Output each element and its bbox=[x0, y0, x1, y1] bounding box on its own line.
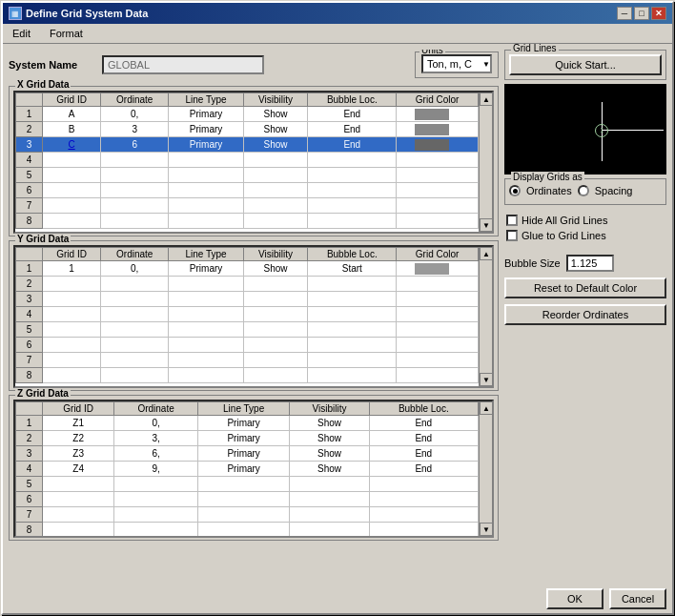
y-scroll-track[interactable] bbox=[480, 260, 492, 373]
z-scroll-up[interactable]: ▲ bbox=[480, 401, 493, 415]
x-grid-row[interactable]: 5 bbox=[16, 168, 492, 183]
z-row-bubble[interactable]: End bbox=[369, 446, 478, 462]
y-grid-row[interactable]: 110,PrimaryShowStart bbox=[16, 261, 492, 277]
x-row-ordinate[interactable] bbox=[101, 183, 169, 198]
x-row-id[interactable]: C bbox=[43, 137, 101, 153]
z-grid-row[interactable]: 8 bbox=[16, 523, 492, 538]
y-grid-scrollbar[interactable]: ▲ ▼ bbox=[479, 247, 492, 386]
hide-all-checkbox[interactable] bbox=[506, 215, 518, 226]
x-row-linetype[interactable] bbox=[169, 153, 243, 168]
z-row-id[interactable] bbox=[43, 507, 114, 523]
y-row-id[interactable] bbox=[43, 292, 101, 307]
y-row-color[interactable] bbox=[397, 338, 479, 353]
y-row-visibility[interactable] bbox=[243, 277, 308, 292]
y-row-ordinate[interactable]: 0, bbox=[101, 261, 169, 277]
y-row-ordinate[interactable] bbox=[101, 368, 169, 383]
z-row-ordinate[interactable] bbox=[114, 523, 198, 538]
ok-button[interactable]: OK bbox=[546, 588, 603, 609]
x-row-bubble[interactable] bbox=[308, 198, 397, 214]
x-grid-scrollbar[interactable]: ▲ ▼ bbox=[479, 92, 492, 232]
y-row-id[interactable] bbox=[43, 277, 101, 292]
y-row-color[interactable] bbox=[397, 353, 479, 368]
y-row-linetype[interactable] bbox=[169, 277, 243, 292]
x-row-ordinate[interactable] bbox=[101, 168, 169, 183]
x-row-visibility[interactable] bbox=[243, 214, 308, 229]
y-row-color[interactable] bbox=[397, 277, 479, 292]
z-row-bubble[interactable] bbox=[369, 492, 478, 507]
y-row-id[interactable]: 1 bbox=[43, 261, 101, 277]
y-row-visibility[interactable] bbox=[243, 338, 308, 353]
z-grid-row[interactable]: 1Z10,PrimaryShowEnd bbox=[16, 416, 492, 431]
y-row-id[interactable] bbox=[43, 307, 101, 322]
x-row-bubble[interactable] bbox=[308, 168, 397, 183]
x-row-id[interactable] bbox=[43, 183, 101, 198]
x-row-visibility[interactable]: Show bbox=[243, 137, 308, 153]
z-row-bubble[interactable]: End bbox=[369, 462, 478, 477]
x-row-bubble[interactable]: End bbox=[308, 137, 397, 153]
units-select[interactable]: Ton, m, C kN, m, C kip, ft, F bbox=[421, 54, 492, 73]
x-row-ordinate[interactable]: 6 bbox=[101, 137, 169, 153]
y-row-bubble[interactable]: Start bbox=[308, 261, 397, 277]
x-row-linetype[interactable] bbox=[169, 198, 243, 214]
x-scroll-down[interactable]: ▼ bbox=[480, 218, 493, 232]
y-row-color[interactable] bbox=[397, 368, 479, 383]
y-row-linetype[interactable] bbox=[169, 292, 243, 307]
spacing-radio[interactable] bbox=[578, 185, 589, 196]
glue-to-checkbox[interactable] bbox=[506, 230, 518, 241]
y-row-id[interactable] bbox=[43, 368, 101, 383]
y-row-bubble[interactable] bbox=[308, 292, 397, 307]
bubble-size-input[interactable] bbox=[566, 255, 614, 272]
z-row-linetype[interactable]: Primary bbox=[197, 462, 290, 477]
maximize-button[interactable]: □ bbox=[634, 7, 649, 20]
x-row-visibility[interactable] bbox=[243, 168, 308, 183]
y-row-linetype[interactable] bbox=[169, 338, 243, 353]
z-row-visibility[interactable]: Show bbox=[290, 446, 369, 462]
z-row-id[interactable] bbox=[43, 477, 114, 492]
y-grid-row[interactable]: 2 bbox=[16, 277, 492, 292]
y-row-linetype[interactable]: Primary bbox=[169, 261, 243, 277]
y-row-id[interactable] bbox=[43, 338, 101, 353]
z-row-bubble[interactable] bbox=[369, 523, 478, 538]
z-row-ordinate[interactable]: 0, bbox=[114, 416, 198, 431]
x-grid-row[interactable]: 2B3PrimaryShowEnd bbox=[16, 122, 492, 137]
x-row-color[interactable] bbox=[397, 168, 479, 183]
z-row-visibility[interactable] bbox=[290, 523, 369, 538]
y-row-linetype[interactable] bbox=[169, 368, 243, 383]
y-row-linetype[interactable] bbox=[169, 307, 243, 322]
y-row-bubble[interactable] bbox=[308, 307, 397, 322]
y-row-visibility[interactable] bbox=[243, 353, 308, 368]
x-row-ordinate[interactable] bbox=[101, 153, 169, 168]
z-row-linetype[interactable] bbox=[197, 477, 290, 492]
y-row-bubble[interactable] bbox=[308, 322, 397, 338]
x-grid-row[interactable]: 1A0,PrimaryShowEnd bbox=[16, 107, 492, 122]
quick-start-button[interactable]: Quick Start... bbox=[509, 54, 662, 75]
z-row-linetype[interactable]: Primary bbox=[197, 446, 290, 462]
y-row-ordinate[interactable] bbox=[101, 307, 169, 322]
z-row-linetype[interactable]: Primary bbox=[197, 431, 290, 446]
ordinates-radio-row[interactable]: Ordinates Spacing bbox=[509, 183, 662, 198]
reorder-button[interactable]: Reorder Ordinates bbox=[504, 304, 666, 325]
z-row-ordinate[interactable] bbox=[114, 477, 198, 492]
x-row-linetype[interactable] bbox=[169, 183, 243, 198]
z-row-ordinate[interactable] bbox=[114, 492, 198, 507]
x-row-ordinate[interactable] bbox=[101, 214, 169, 229]
z-scroll-down[interactable]: ▼ bbox=[480, 523, 493, 536]
y-row-ordinate[interactable] bbox=[101, 353, 169, 368]
ordinates-radio[interactable] bbox=[509, 185, 521, 196]
x-row-bubble[interactable]: End bbox=[308, 107, 397, 122]
x-row-bubble[interactable] bbox=[308, 183, 397, 198]
z-row-bubble[interactable] bbox=[369, 507, 478, 523]
x-row-id[interactable]: B bbox=[43, 122, 101, 137]
x-row-color[interactable] bbox=[397, 107, 479, 122]
z-row-id[interactable]: Z1 bbox=[43, 416, 114, 431]
z-row-id[interactable]: Z3 bbox=[43, 446, 114, 462]
y-grid-row[interactable]: 6 bbox=[16, 338, 492, 353]
x-row-color[interactable] bbox=[397, 214, 479, 229]
x-scroll-track[interactable] bbox=[480, 106, 492, 218]
y-row-visibility[interactable] bbox=[243, 307, 308, 322]
z-row-id[interactable] bbox=[43, 523, 114, 538]
z-grid-row[interactable]: 5 bbox=[16, 477, 492, 492]
z-row-ordinate[interactable]: 3, bbox=[114, 431, 198, 446]
y-row-bubble[interactable] bbox=[308, 338, 397, 353]
z-row-visibility[interactable]: Show bbox=[290, 462, 369, 477]
